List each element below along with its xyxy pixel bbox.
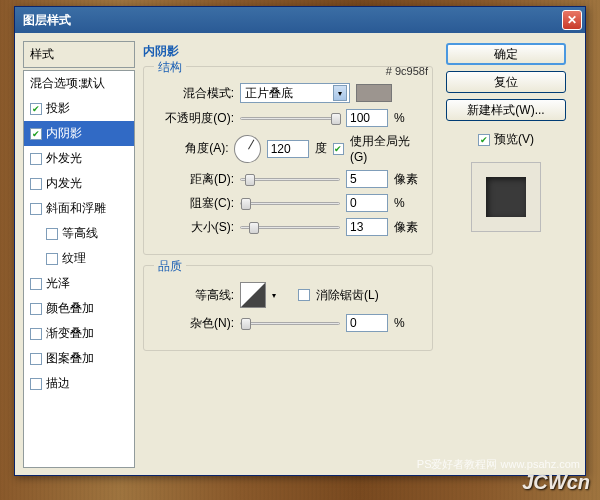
style-item-4[interactable]: 斜面和浮雕 — [24, 196, 134, 221]
style-item-label: 描边 — [46, 375, 70, 392]
blend-mode-select[interactable]: 正片叠底 ▾ — [240, 83, 350, 103]
choke-input[interactable] — [346, 194, 388, 212]
antialias-label: 消除锯齿(L) — [316, 287, 379, 304]
style-checkbox[interactable] — [46, 228, 58, 240]
preview-label: 预览(V) — [494, 131, 534, 148]
noise-slider[interactable] — [240, 322, 340, 325]
style-item-label: 投影 — [46, 100, 70, 117]
style-checkbox[interactable] — [30, 378, 42, 390]
chevron-down-icon[interactable]: ▾ — [272, 291, 276, 300]
global-light-checkbox[interactable]: ✔ — [333, 143, 344, 155]
distance-slider[interactable] — [240, 178, 340, 181]
style-item-label: 纹理 — [62, 250, 86, 267]
size-slider[interactable] — [240, 226, 340, 229]
style-item-label: 渐变叠加 — [46, 325, 94, 342]
style-item-10[interactable]: 图案叠加 — [24, 346, 134, 371]
contour-picker[interactable] — [240, 282, 266, 308]
style-checkbox[interactable] — [30, 303, 42, 315]
style-item-label: 图案叠加 — [46, 350, 94, 367]
style-item-label: 光泽 — [46, 275, 70, 292]
structure-legend: 结构 — [154, 59, 186, 76]
style-item-9[interactable]: 渐变叠加 — [24, 321, 134, 346]
settings-panel: 内阴影 结构 混合模式: 正片叠底 ▾ # 9c958f 不透明度(O): — [143, 41, 433, 467]
structure-fieldset: 结构 混合模式: 正片叠底 ▾ # 9c958f 不透明度(O): % — [143, 66, 433, 255]
distance-input[interactable] — [346, 170, 388, 188]
angle-label: 角度(A): — [154, 140, 228, 157]
cancel-button[interactable]: 复位 — [446, 71, 566, 93]
style-checkbox[interactable]: ✔ — [30, 103, 42, 115]
size-label: 大小(S): — [154, 219, 234, 236]
styles-panel: 样式 混合选项:默认 ✔投影✔内阴影外发光内发光斜面和浮雕等高线纹理光泽颜色叠加… — [23, 41, 135, 467]
quality-legend: 品质 — [154, 258, 186, 275]
style-checkbox[interactable] — [30, 203, 42, 215]
angle-input[interactable] — [267, 140, 309, 158]
style-item-label: 外发光 — [46, 150, 82, 167]
preview-checkbox[interactable]: ✔ — [478, 134, 490, 146]
angle-dial[interactable] — [234, 135, 260, 163]
distance-label: 距离(D): — [154, 171, 234, 188]
styles-header: 样式 — [23, 41, 135, 68]
opacity-slider[interactable] — [240, 117, 340, 120]
contour-label: 等高线: — [154, 287, 234, 304]
style-checkbox[interactable] — [30, 153, 42, 165]
new-style-button[interactable]: 新建样式(W)... — [446, 99, 566, 121]
choke-slider[interactable] — [240, 202, 340, 205]
style-checkbox[interactable] — [46, 253, 58, 265]
choke-label: 阻塞(C): — [154, 195, 234, 212]
watermark-main: JCWcn — [522, 471, 590, 494]
style-item-8[interactable]: 颜色叠加 — [24, 296, 134, 321]
window-title: 图层样式 — [23, 12, 71, 29]
blend-mode-label: 混合模式: — [154, 85, 234, 102]
style-item-7[interactable]: 光泽 — [24, 271, 134, 296]
style-checkbox[interactable] — [30, 328, 42, 340]
style-item-3[interactable]: 内发光 — [24, 171, 134, 196]
noise-input[interactable] — [346, 314, 388, 332]
style-checkbox[interactable] — [30, 178, 42, 190]
ok-button[interactable]: 确定 — [446, 43, 566, 65]
color-hex-label: # 9c958f — [386, 65, 428, 77]
global-light-label: 使用全局光(G) — [350, 133, 422, 164]
style-item-1[interactable]: ✔内阴影 — [24, 121, 134, 146]
size-input[interactable] — [346, 218, 388, 236]
close-button[interactable]: ✕ — [562, 10, 582, 30]
quality-fieldset: 品质 等高线: ▾ 消除锯齿(L) 杂色(N): % — [143, 265, 433, 351]
style-item-label: 内发光 — [46, 175, 82, 192]
style-checkbox[interactable] — [30, 278, 42, 290]
style-item-2[interactable]: 外发光 — [24, 146, 134, 171]
preview-thumbnail — [486, 177, 526, 217]
blend-options-default[interactable]: 混合选项:默认 — [24, 71, 134, 96]
effect-title: 内阴影 — [143, 41, 433, 66]
style-item-label: 斜面和浮雕 — [46, 200, 106, 217]
style-item-label: 等高线 — [62, 225, 98, 242]
style-item-5[interactable]: 等高线 — [24, 221, 134, 246]
style-item-11[interactable]: 描边 — [24, 371, 134, 396]
style-item-0[interactable]: ✔投影 — [24, 96, 134, 121]
layer-style-dialog: 图层样式 ✕ 样式 混合选项:默认 ✔投影✔内阴影外发光内发光斜面和浮雕等高线纹… — [14, 6, 586, 476]
watermark-sub: PS爱好者教程网 www.psahz.com — [417, 457, 580, 472]
chevron-down-icon: ▾ — [333, 85, 347, 101]
style-list: 混合选项:默认 ✔投影✔内阴影外发光内发光斜面和浮雕等高线纹理光泽颜色叠加渐变叠… — [23, 70, 135, 468]
style-item-label: 内阴影 — [46, 125, 82, 142]
style-item-6[interactable]: 纹理 — [24, 246, 134, 271]
opacity-input[interactable] — [346, 109, 388, 127]
noise-label: 杂色(N): — [154, 315, 234, 332]
opacity-label: 不透明度(O): — [154, 110, 234, 127]
style-item-label: 颜色叠加 — [46, 300, 94, 317]
style-checkbox[interactable] — [30, 353, 42, 365]
color-swatch[interactable] — [356, 84, 392, 102]
preview-box — [471, 162, 541, 232]
close-icon: ✕ — [567, 13, 577, 27]
action-panel: 确定 复位 新建样式(W)... ✔ 预览(V) — [441, 41, 571, 467]
style-checkbox[interactable]: ✔ — [30, 128, 42, 140]
titlebar[interactable]: 图层样式 ✕ — [15, 7, 585, 33]
antialias-checkbox[interactable] — [298, 289, 310, 301]
